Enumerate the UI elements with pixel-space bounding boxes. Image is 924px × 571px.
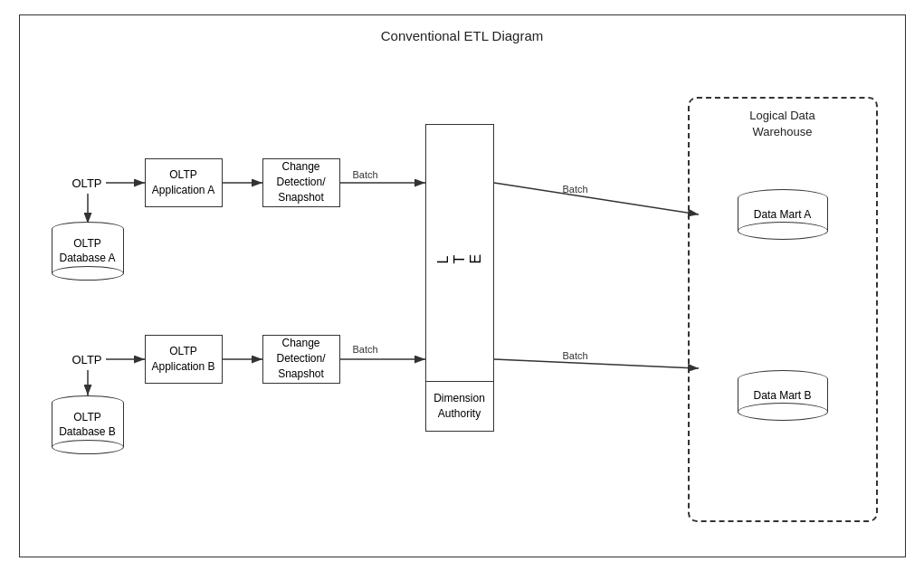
svg-line-10 [494,359,699,368]
etl-label: E T L [435,125,484,381]
data-mart-b-cylinder: Data Mart B [738,370,828,422]
svg-line-5 [494,183,699,214]
oltp-label-a: OLTP [72,176,102,190]
oltp-database-a-cylinder: OLTP Database A [52,222,124,281]
logical-dw-label: Logical Data Warehouse [690,108,876,140]
batch-label-2: Batch [563,184,588,195]
data-mart-a-cylinder: Data Mart A [738,189,828,241]
diagram-title: Conventional ETL Diagram [20,28,905,43]
batch-label-1: Batch [353,169,378,180]
batch-label-4: Batch [563,350,588,361]
oltp-application-a-box: OLTP Application A [145,158,223,207]
change-detection-b-box: Change Detection/ Snapshot [262,335,340,384]
batch-label-3: Batch [353,344,378,355]
etl-box: E T L Dimension Authority [425,124,494,432]
dimension-authority-box: Dimension Authority [426,381,493,431]
logical-dw-container: Logical Data Warehouse Data Mart A Data … [688,97,878,522]
change-detection-a-box: Change Detection/ Snapshot [262,158,340,207]
diagram-container: Conventional ETL Diagram Batch [19,14,906,557]
oltp-label-b: OLTP [72,353,102,366]
oltp-application-b-box: OLTP Application B [145,335,223,384]
oltp-database-b-cylinder: OLTP Database B [52,395,124,455]
